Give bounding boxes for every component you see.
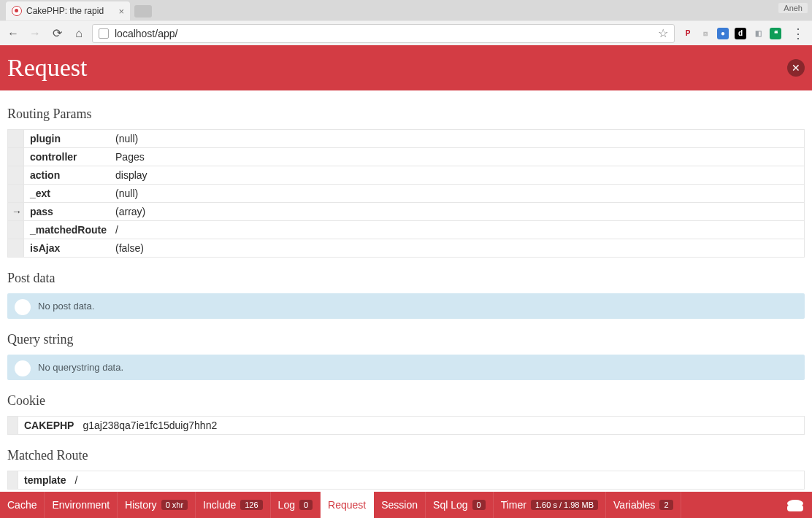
browser-chrome: CakePHP: the rapid × Aneh ← → ⟳ ⌂ localh… xyxy=(0,0,812,45)
debug-tab-include[interactable]: Include126 xyxy=(196,492,271,518)
browser-toolbar: ← → ⟳ ⌂ localhost/app/ ☆ P⧈●d◧❝ ⋮ xyxy=(0,20,812,45)
close-panel-button[interactable]: ✕ xyxy=(787,59,805,77)
tab-close-icon[interactable]: × xyxy=(118,7,124,16)
profile-badge[interactable]: Aneh xyxy=(778,3,808,13)
table-row: isAjax(false) xyxy=(8,239,805,258)
debug-tab-environment[interactable]: Environment xyxy=(45,492,118,518)
section-query-string: Query string xyxy=(7,332,805,347)
post-data-message: No post data. xyxy=(7,293,805,319)
url-bar[interactable]: localhost/app/ ☆ xyxy=(92,24,675,43)
table-row: _matchedRoute/ xyxy=(8,221,805,239)
table-row[interactable]: →pass(array) xyxy=(8,203,805,221)
url-path: /app/ xyxy=(155,28,177,39)
page-info-icon[interactable] xyxy=(99,28,109,39)
debug-tab-session[interactable]: Session xyxy=(374,492,426,518)
cake-icon xyxy=(787,498,803,511)
pinterest-icon[interactable]: P xyxy=(682,28,694,39)
home-button[interactable]: ⌂ xyxy=(70,25,88,42)
cakephp-logo[interactable] xyxy=(778,492,812,518)
section-cookie: Cookie xyxy=(7,393,805,409)
debug-toolbar: CacheEnvironmentHistory0 xhrInclude126Lo… xyxy=(0,492,812,518)
row-gutter xyxy=(8,417,18,435)
bookmark-icon[interactable]: ◧ xyxy=(752,28,764,39)
table-row: controllerPages xyxy=(8,148,805,166)
debug-tab-label: Session xyxy=(381,499,418,511)
cookie-table: CAKEPHPg1aj238qa7ie1fc15duig7hhn2 xyxy=(7,416,805,435)
row-value: (null) xyxy=(111,130,804,148)
debug-tab-timer[interactable]: Timer1.60 s / 1.98 MB xyxy=(494,492,606,518)
lastpass-icon[interactable]: ● xyxy=(717,28,729,39)
debug-tab-label: Request xyxy=(328,499,366,511)
row-gutter xyxy=(8,221,24,239)
debug-tab-label: Log xyxy=(278,499,295,511)
tab-title: CakePHP: the rapid xyxy=(26,6,114,16)
url-text: localhost/app/ xyxy=(115,28,177,39)
row-value: / xyxy=(111,221,804,239)
row-value: (array) xyxy=(111,203,804,221)
section-matched-route: Matched Route xyxy=(7,448,805,463)
chrome-menu-icon[interactable]: ⋮ xyxy=(789,26,808,42)
table-row: template/ xyxy=(8,471,805,490)
table-row: plugin(null) xyxy=(8,130,805,148)
page-title: Request xyxy=(7,54,88,82)
row-gutter xyxy=(8,130,24,148)
table-row: _ext(null) xyxy=(8,185,805,203)
reload-button[interactable]: ⟳ xyxy=(48,25,66,42)
debug-tab-label: Include xyxy=(203,499,236,511)
row-key: _ext xyxy=(24,185,112,203)
debug-tab-badge: 0 xhr xyxy=(161,500,188,510)
viewport: Request ✕ Routing Params plugin(null)con… xyxy=(0,45,812,492)
row-key: controller xyxy=(24,148,112,166)
expand-arrow-icon[interactable]: → xyxy=(8,203,24,221)
row-value: (null) xyxy=(111,185,804,203)
debug-tab-label: Cache xyxy=(7,499,37,511)
debug-tab-sql-log[interactable]: Sql Log0 xyxy=(426,492,494,518)
debug-tab-variables[interactable]: Variables2 xyxy=(606,492,681,518)
row-key: plugin xyxy=(24,130,112,148)
row-value: g1aj238qa7ie1fc15duig7hhn2 xyxy=(78,417,804,435)
debug-tab-badge: 1.60 s / 1.98 MB xyxy=(531,500,598,510)
debug-tab-history[interactable]: History0 xhr xyxy=(118,492,196,518)
row-key: isAjax xyxy=(24,239,112,258)
section-routing-params: Routing Params xyxy=(7,107,805,122)
tab-strip: CakePHP: the rapid × Aneh xyxy=(0,0,812,20)
debug-tab-label: History xyxy=(125,499,157,511)
debug-tab-cache[interactable]: Cache xyxy=(0,492,45,518)
debug-tab-log[interactable]: Log0 xyxy=(271,492,321,518)
row-value: / xyxy=(71,471,805,490)
cakephp-favicon-icon xyxy=(12,6,22,16)
query-string-message: No querystring data. xyxy=(7,355,805,380)
extension-icons: P⧈●d◧❝ xyxy=(679,28,784,39)
digg-icon[interactable]: d xyxy=(735,28,746,39)
matched-route-table: template/ xyxy=(7,471,805,490)
row-key: _matchedRoute xyxy=(24,221,112,239)
forward-button[interactable]: → xyxy=(26,25,44,42)
table-row: actiondisplay xyxy=(8,166,805,185)
table-row: CAKEPHPg1aj238qa7ie1fc15duig7hhn2 xyxy=(8,417,805,435)
panel-header: Request ✕ xyxy=(0,45,812,90)
row-gutter xyxy=(8,185,24,203)
scroll-area[interactable]: Request ✕ Routing Params plugin(null)con… xyxy=(0,45,812,492)
close-icon: ✕ xyxy=(792,62,800,74)
debug-tab-request[interactable]: Request xyxy=(321,492,374,518)
panel-content: Routing Params plugin(null)controllerPag… xyxy=(0,90,812,492)
row-value: (false) xyxy=(111,239,804,258)
row-key: template xyxy=(18,471,71,490)
row-value: Pages xyxy=(111,148,804,166)
url-host: localhost xyxy=(115,28,155,39)
dropbox-icon[interactable]: ⧈ xyxy=(700,28,711,39)
hangouts-icon[interactable]: ❝ xyxy=(770,28,781,39)
debug-tab-label: Sql Log xyxy=(433,499,467,511)
new-tab-button[interactable] xyxy=(134,5,152,18)
debug-tab-badge: 0 xyxy=(472,500,486,510)
debug-tab-badge: 2 xyxy=(659,500,673,510)
browser-tab[interactable]: CakePHP: the rapid × xyxy=(6,1,130,20)
debug-tab-label: Variables xyxy=(613,499,655,511)
routing-params-table: plugin(null)controllerPagesactiondisplay… xyxy=(7,129,805,258)
debug-tab-label: Environment xyxy=(52,499,110,511)
bookmark-star-icon[interactable]: ☆ xyxy=(658,26,668,40)
debug-tab-badge: 0 xyxy=(299,500,313,510)
row-gutter xyxy=(8,166,24,185)
back-button[interactable]: ← xyxy=(4,25,22,42)
row-gutter xyxy=(8,239,24,258)
